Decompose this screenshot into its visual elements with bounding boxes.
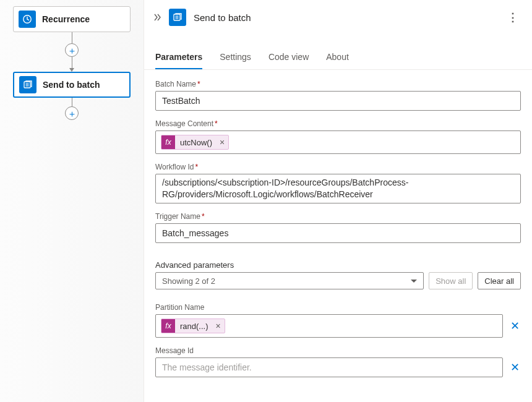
tab-bar: Parameters Settings Code view About — [144, 47, 532, 70]
label-trigger-name: Trigger Name* — [155, 212, 521, 221]
connector-line — [72, 98, 72, 106]
fx-icon: fx — [161, 135, 175, 149]
label-message-content: Message Content* — [155, 119, 521, 128]
tab-code-view[interactable]: Code view — [268, 47, 309, 69]
clear-all-button[interactable]: Clear all — [478, 272, 521, 289]
field-message-id: Message Id ✕ — [155, 346, 521, 377]
token-remove-icon[interactable]: × — [216, 137, 228, 147]
fx-icon: fx — [161, 319, 175, 333]
input-workflow-id[interactable]: /subscriptions/<subscription-ID>/resourc… — [155, 174, 521, 203]
label-partition-name: Partition Name — [155, 303, 521, 312]
label-workflow-id: Workflow Id* — [155, 163, 521, 171]
input-message-id[interactable] — [155, 357, 503, 377]
show-all-button[interactable]: Show all — [429, 272, 473, 289]
advanced-parameters: Advanced parameters Showing 2 of 2 Show … — [155, 260, 521, 289]
advanced-label: Advanced parameters — [155, 260, 521, 270]
token-text: rand(...) — [175, 322, 212, 331]
connector-line — [72, 32, 72, 43]
more-menu-icon[interactable]: ⋮ — [505, 11, 521, 24]
field-batch-name: Batch Name* — [155, 80, 521, 111]
tab-parameters[interactable]: Parameters — [155, 47, 202, 69]
connector-end: ＋ — [6, 98, 137, 120]
arrow-down-icon — [69, 68, 74, 72]
input-trigger-name[interactable] — [155, 223, 521, 243]
panel-header: Send to batch ⋮ — [144, 0, 532, 35]
connector: ＋ — [6, 32, 137, 72]
batch-icon — [19, 76, 36, 93]
field-partition-name: Partition Name fx rand(...) × ✕ — [155, 303, 521, 338]
node-send-to-batch-title: Send to batch — [43, 80, 100, 90]
tab-settings[interactable]: Settings — [220, 47, 251, 69]
token-utcnow[interactable]: fx utcNow() × — [161, 135, 229, 150]
input-message-content[interactable]: fx utcNow() × — [155, 130, 521, 154]
label-batch-name: Batch Name* — [155, 80, 521, 88]
node-recurrence[interactable]: Recurrence — [13, 6, 131, 32]
details-panel: Send to batch ⋮ Parameters Settings Code… — [144, 0, 532, 402]
token-rand[interactable]: fx rand(...) × — [161, 319, 225, 333]
input-batch-name[interactable] — [155, 91, 521, 111]
remove-partition-name-icon[interactable]: ✕ — [509, 319, 521, 333]
field-trigger-name: Trigger Name* — [155, 212, 521, 243]
field-workflow-id: Workflow Id* /subscriptions/<subscriptio… — [155, 163, 521, 203]
token-remove-icon[interactable]: × — [212, 321, 225, 331]
workflow-canvas: Recurrence ＋ Send to batch ＋ — [0, 0, 144, 402]
collapse-icon[interactable] — [153, 13, 161, 22]
parameters-form: Batch Name* Message Content* fx utcNow()… — [144, 70, 532, 396]
advanced-select[interactable]: Showing 2 of 2 — [155, 272, 424, 289]
node-send-to-batch[interactable]: Send to batch — [13, 72, 131, 98]
label-message-id: Message Id — [155, 346, 521, 355]
node-recurrence-title: Recurrence — [42, 14, 90, 24]
input-partition-name[interactable]: fx rand(...) × — [155, 314, 503, 338]
connector-line — [72, 57, 72, 68]
panel-title: Send to batch — [194, 12, 497, 23]
field-message-content: Message Content* fx utcNow() × — [155, 119, 521, 154]
add-step-button[interactable]: ＋ — [65, 43, 79, 57]
tab-about[interactable]: About — [326, 47, 349, 69]
batch-icon — [169, 9, 186, 26]
clock-icon — [19, 11, 36, 28]
remove-message-id-icon[interactable]: ✕ — [509, 361, 521, 374]
token-text: utcNow() — [175, 138, 216, 147]
add-step-button-end[interactable]: ＋ — [65, 106, 79, 120]
